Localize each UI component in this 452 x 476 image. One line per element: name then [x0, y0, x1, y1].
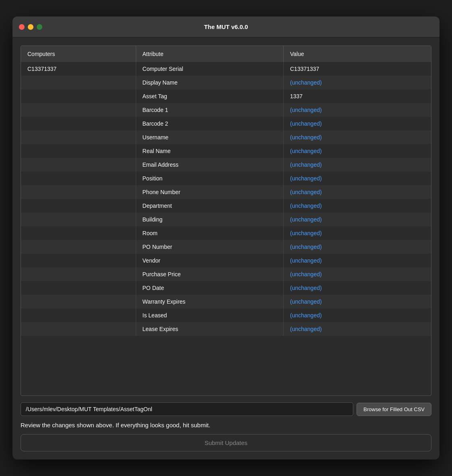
- cell-value: (unchanged): [284, 158, 431, 172]
- table-row: PO Date(unchanged): [21, 281, 431, 295]
- cell-value: (unchanged): [284, 172, 431, 185]
- cell-value: (unchanged): [284, 308, 431, 322]
- table-row: Vendor(unchanged): [21, 254, 431, 267]
- table-row: Building(unchanged): [21, 213, 431, 226]
- attributes-table: Computers Attribute Value C13371337Compu…: [21, 46, 431, 336]
- traffic-lights: [19, 24, 42, 30]
- cell-computer: [21, 267, 136, 281]
- cell-attribute: Real Name: [136, 144, 283, 158]
- cell-attribute: Asset Tag: [136, 89, 283, 103]
- file-path-input[interactable]: [21, 402, 353, 416]
- cell-computer: [21, 240, 136, 254]
- cell-attribute: Barcode 1: [136, 103, 283, 117]
- main-window: The MUT v6.0.0 Computers Attribute Value…: [12, 17, 440, 459]
- table-row: Purchase Price(unchanged): [21, 267, 431, 281]
- cell-computer: [21, 254, 136, 267]
- cell-computer: [21, 76, 136, 89]
- cell-value: (unchanged): [284, 103, 431, 117]
- cell-attribute: PO Number: [136, 240, 283, 254]
- cell-computer: C13371337: [21, 62, 136, 76]
- table-row: Department(unchanged): [21, 199, 431, 213]
- close-button[interactable]: [19, 24, 25, 30]
- cell-computer: [21, 130, 136, 144]
- cell-attribute: Warranty Expires: [136, 295, 283, 308]
- cell-attribute: Barcode 2: [136, 117, 283, 130]
- table-row: Phone Number(unchanged): [21, 185, 431, 199]
- table-row: Asset Tag1337: [21, 89, 431, 103]
- cell-value: (unchanged): [284, 117, 431, 130]
- table-row: Display Name(unchanged): [21, 76, 431, 89]
- cell-attribute: Phone Number: [136, 185, 283, 199]
- cell-computer: [21, 213, 136, 226]
- data-table-container: Computers Attribute Value C13371337Compu…: [21, 46, 431, 396]
- cell-computer: [21, 117, 136, 130]
- table-row: Warranty Expires(unchanged): [21, 295, 431, 308]
- cell-value: (unchanged): [284, 281, 431, 295]
- cell-computer: [21, 185, 136, 199]
- cell-computer: [21, 281, 136, 295]
- cell-value: C13371337: [284, 62, 431, 76]
- column-header-attribute: Attribute: [136, 46, 283, 62]
- cell-computer: [21, 226, 136, 240]
- cell-computer: [21, 199, 136, 213]
- column-header-value: Value: [284, 46, 431, 62]
- cell-value: (unchanged): [284, 322, 431, 336]
- cell-attribute: Computer Serial: [136, 62, 283, 76]
- cell-value: (unchanged): [284, 240, 431, 254]
- cell-attribute: Lease Expires: [136, 322, 283, 336]
- cell-value: (unchanged): [284, 199, 431, 213]
- cell-computer: [21, 322, 136, 336]
- cell-value: (unchanged): [284, 295, 431, 308]
- table-row: PO Number(unchanged): [21, 240, 431, 254]
- cell-value: (unchanged): [284, 144, 431, 158]
- cell-attribute: Vendor: [136, 254, 283, 267]
- cell-attribute: Display Name: [136, 76, 283, 89]
- table-row: Barcode 1(unchanged): [21, 103, 431, 117]
- cell-computer: [21, 172, 136, 185]
- cell-attribute: Building: [136, 213, 283, 226]
- bottom-section: Browse for Filled Out CSV Review the cha…: [21, 402, 431, 451]
- titlebar: The MUT v6.0.0: [12, 17, 440, 37]
- minimize-button[interactable]: [28, 24, 33, 30]
- table-row: Position(unchanged): [21, 172, 431, 185]
- column-header-computers: Computers: [21, 46, 136, 62]
- cell-attribute: Department: [136, 199, 283, 213]
- table-row: Lease Expires(unchanged): [21, 322, 431, 336]
- cell-value: (unchanged): [284, 76, 431, 89]
- cell-attribute: Room: [136, 226, 283, 240]
- cell-value: (unchanged): [284, 213, 431, 226]
- cell-attribute: Email Address: [136, 158, 283, 172]
- cell-attribute: Purchase Price: [136, 267, 283, 281]
- cell-value: (unchanged): [284, 254, 431, 267]
- cell-value: (unchanged): [284, 226, 431, 240]
- content-area: Computers Attribute Value C13371337Compu…: [12, 37, 440, 459]
- submit-button[interactable]: Submit Updates: [21, 434, 431, 451]
- table-row: Real Name(unchanged): [21, 144, 431, 158]
- window-title: The MUT v6.0.0: [204, 23, 248, 30]
- table-row: Is Leased(unchanged): [21, 308, 431, 322]
- cell-attribute: Is Leased: [136, 308, 283, 322]
- cell-value: 1337: [284, 89, 431, 103]
- cell-attribute: Position: [136, 172, 283, 185]
- table-row: C13371337Computer SerialC13371337: [21, 62, 431, 76]
- maximize-button[interactable]: [37, 24, 42, 30]
- cell-computer: [21, 295, 136, 308]
- table-row: Email Address(unchanged): [21, 158, 431, 172]
- table-row: Username(unchanged): [21, 130, 431, 144]
- cell-computer: [21, 89, 136, 103]
- review-text: Review the changes shown above. If every…: [21, 421, 431, 429]
- cell-value: (unchanged): [284, 130, 431, 144]
- cell-value: (unchanged): [284, 185, 431, 199]
- cell-attribute: PO Date: [136, 281, 283, 295]
- cell-attribute: Username: [136, 130, 283, 144]
- cell-value: (unchanged): [284, 267, 431, 281]
- browse-button[interactable]: Browse for Filled Out CSV: [357, 403, 431, 416]
- cell-computer: [21, 158, 136, 172]
- table-header-row: Computers Attribute Value: [21, 46, 431, 62]
- table-row: Barcode 2(unchanged): [21, 117, 431, 130]
- cell-computer: [21, 308, 136, 322]
- table-row: Room(unchanged): [21, 226, 431, 240]
- cell-computer: [21, 103, 136, 117]
- cell-computer: [21, 144, 136, 158]
- file-row: Browse for Filled Out CSV: [21, 402, 431, 416]
